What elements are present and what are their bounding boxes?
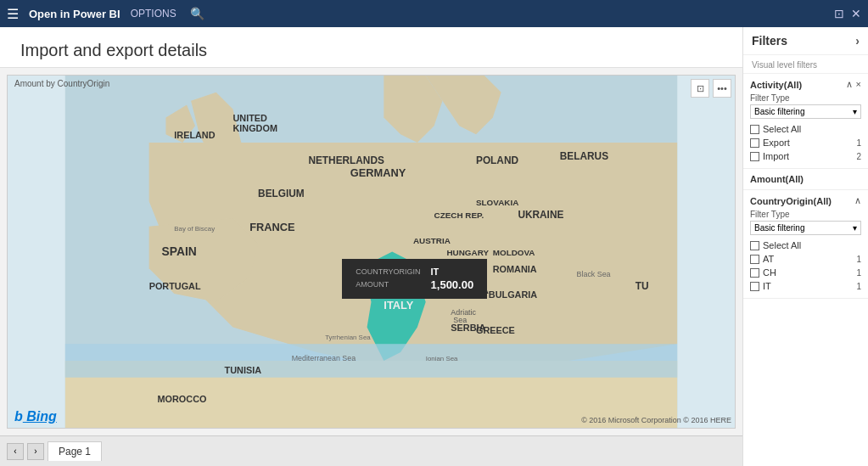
- window-controls: ⊡ ✕: [834, 7, 861, 20]
- activity-filter-card: Activity(All) ∧ × Filter Type Basic filt…: [743, 74, 868, 169]
- svg-text:KINGDOM: KINGDOM: [232, 123, 277, 133]
- svg-text:IRELAND: IRELAND: [174, 130, 215, 140]
- countryorigin-filter-card: CountryOrigin(All) ∧ Filter Type Basic f…: [743, 190, 868, 299]
- more-options-icon[interactable]: •••: [713, 79, 731, 98]
- search-icon[interactable]: 🔍: [190, 7, 204, 20]
- page-navigation: ‹ › Page 1: [0, 435, 742, 466]
- activity-import-item[interactable]: Import 2: [750, 149, 861, 163]
- visual-level-label: Visual level filters: [743, 55, 868, 74]
- map-controls: ⊡ •••: [691, 79, 731, 98]
- countryorigin-filter-actions: ∧: [854, 195, 861, 206]
- svg-text:SLOVAKIA: SLOVAKIA: [476, 198, 518, 207]
- svg-text:TU: TU: [636, 280, 649, 292]
- svg-text:Tyrrhenian Sea: Tyrrhenian Sea: [325, 334, 371, 341]
- countryorigin-at-item[interactable]: AT 1: [750, 252, 861, 266]
- activity-filter-actions: ∧ ×: [846, 79, 861, 90]
- prev-page-button[interactable]: ‹: [7, 443, 24, 460]
- map-container: Amount by CountryOrigin ⊡ •••: [7, 75, 736, 429]
- tooltip-amount-value: 1,500.00: [424, 278, 478, 292]
- svg-text:Adriatic: Adriatic: [451, 308, 476, 317]
- map-tooltip: COUNTRYORIGIN IT AMOUNT 1,500.00: [342, 259, 487, 299]
- svg-text:GERMANY: GERMANY: [350, 166, 406, 179]
- page-header: Import and export details: [0, 27, 742, 68]
- countryorigin-filter-type-select[interactable]: Basic filtering ▾: [750, 221, 861, 235]
- countryorigin-select-all-checkbox[interactable]: [750, 241, 759, 250]
- countryorigin-filter-type-label: Filter Type: [750, 210, 861, 219]
- filters-expand-icon[interactable]: ›: [855, 34, 860, 48]
- countryorigin-select-all[interactable]: Select All: [750, 239, 861, 252]
- activity-export-item[interactable]: Export 1: [750, 136, 861, 149]
- countryorigin-collapse-icon[interactable]: ∧: [854, 195, 861, 206]
- options-menu[interactable]: OPTIONS: [131, 8, 176, 20]
- activity-close-icon[interactable]: ×: [856, 79, 861, 90]
- bing-logo: b Bing: [14, 409, 57, 424]
- page-title: Import and export details: [20, 41, 722, 60]
- svg-text:NETHERLANDS: NETHERLANDS: [308, 154, 384, 166]
- svg-text:BELGIUM: BELGIUM: [258, 188, 305, 199]
- activity-select-all-checkbox[interactable]: [750, 125, 759, 134]
- activity-select-all[interactable]: Select All: [750, 122, 861, 136]
- svg-text:ROMANIA: ROMANIA: [493, 264, 537, 274]
- page-1-tab[interactable]: Page 1: [48, 441, 102, 461]
- dropdown-chevron-icon: ▾: [853, 107, 857, 116]
- countryorigin-it-checkbox[interactable]: [750, 282, 759, 291]
- activity-filter-type-select[interactable]: Basic filtering ▾: [750, 104, 861, 119]
- svg-text:Black Sea: Black Sea: [577, 270, 611, 278]
- main-layout: Import and export details Amount by Coun…: [0, 27, 868, 466]
- restore-button[interactable]: ⊡: [834, 7, 844, 20]
- filters-title: Filters: [752, 34, 787, 48]
- countryorigin-at-checkbox[interactable]: [750, 255, 759, 264]
- title-bar: ☰ Open in Power BI OPTIONS 🔍 ⊡ ✕: [0, 0, 868, 27]
- copyright-notice: © 2016 Microsoft Corporation © 2016 HERE: [581, 416, 731, 424]
- countryorigin-ch-item[interactable]: CH 1: [750, 266, 861, 279]
- svg-text:UNITED: UNITED: [232, 113, 267, 123]
- svg-text:BULGARIA: BULGARIA: [489, 289, 537, 300]
- content-area: Import and export details Amount by Coun…: [0, 27, 742, 466]
- tooltip-amount-label: AMOUNT: [352, 278, 423, 292]
- dropdown-chevron-icon-2: ▾: [853, 223, 857, 233]
- amount-filter-card: Amount(All): [743, 169, 868, 190]
- svg-text:PORTUGAL: PORTUGAL: [149, 281, 201, 291]
- countryorigin-ch-checkbox[interactable]: [750, 268, 759, 278]
- expand-icon[interactable]: ⊡: [691, 79, 709, 98]
- svg-text:MOLDOVA: MOLDOVA: [493, 248, 535, 257]
- countryorigin-filter-header: CountryOrigin(All) ∧: [750, 195, 861, 206]
- filters-header: Filters ›: [743, 27, 868, 55]
- svg-text:BELARUS: BELARUS: [560, 150, 608, 162]
- activity-filter-header: Activity(All) ∧ ×: [750, 79, 861, 90]
- activity-filter-type-label: Filter Type: [750, 93, 861, 103]
- svg-text:UKRAINE: UKRAINE: [518, 209, 563, 221]
- activity-import-checkbox[interactable]: [750, 152, 759, 161]
- tooltip-country-value: IT: [424, 266, 478, 278]
- app-title: Open in Power BI: [29, 8, 120, 20]
- svg-text:TUNISIA: TUNISIA: [225, 365, 262, 375]
- svg-text:Bay of Biscay: Bay of Biscay: [174, 225, 215, 233]
- svg-text:POLAND: POLAND: [476, 154, 518, 166]
- amount-filter-title: Amount(All): [750, 174, 804, 184]
- svg-text:ITALY: ITALY: [384, 299, 413, 312]
- svg-text:FRANCE: FRANCE: [249, 221, 295, 233]
- svg-text:SPAIN: SPAIN: [161, 244, 196, 258]
- activity-filter-title: Activity(All): [750, 80, 802, 90]
- close-button[interactable]: ✕: [851, 7, 861, 20]
- next-page-button[interactable]: ›: [27, 443, 44, 460]
- tooltip-country-label: COUNTRYORIGIN: [352, 266, 423, 278]
- map-visual: IRELAND UNITED KINGDOM NETHERLANDS GERMA…: [8, 76, 735, 428]
- filters-panel: Filters › Visual level filters Activity(…: [742, 27, 868, 466]
- map-label: Amount by CountryOrigin: [14, 79, 109, 88]
- svg-text:GREECE: GREECE: [476, 325, 515, 335]
- svg-rect-1: [65, 344, 677, 378]
- countryorigin-it-item[interactable]: IT 1: [750, 279, 861, 293]
- activity-export-checkbox[interactable]: [750, 138, 759, 148]
- svg-text:CZECH REP.: CZECH REP.: [434, 211, 484, 220]
- svg-text:Mediterranean Sea: Mediterranean Sea: [292, 354, 356, 362]
- activity-collapse-icon[interactable]: ∧: [846, 79, 853, 90]
- hamburger-menu[interactable]: ☰: [7, 6, 19, 22]
- svg-text:AUSTRIA: AUSTRIA: [413, 236, 451, 245]
- svg-text:Ionian Sea: Ionian Sea: [426, 355, 458, 362]
- countryorigin-filter-title: CountryOrigin(All): [750, 196, 832, 206]
- svg-text:MOROCCO: MOROCCO: [158, 394, 207, 404]
- svg-text:HUNGARY: HUNGARY: [446, 248, 489, 257]
